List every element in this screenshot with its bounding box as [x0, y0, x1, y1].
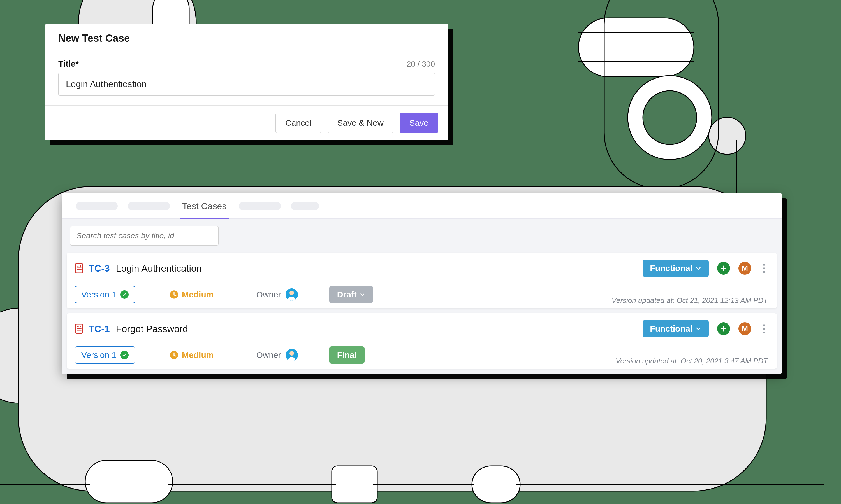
svg-point-24 — [290, 351, 294, 356]
status-label: Draft — [337, 290, 357, 299]
chevron-down-icon — [695, 265, 701, 271]
avatar-icon — [286, 349, 298, 361]
priority-icon — [170, 350, 178, 360]
check-icon — [120, 290, 128, 299]
plus-icon — [720, 325, 727, 332]
tab-bar: Test Cases — [62, 193, 782, 219]
cancel-button[interactable]: Cancel — [275, 113, 321, 133]
owner-label: Owner — [256, 350, 281, 360]
svg-point-21 — [80, 326, 81, 327]
test-case-title: Login Authentication — [116, 263, 202, 274]
avatar-icon — [286, 288, 298, 301]
svg-point-19 — [290, 291, 294, 295]
m-badge[interactable]: M — [738, 262, 751, 275]
document-icon — [74, 263, 84, 273]
svg-rect-12 — [85, 460, 173, 503]
version-chip[interactable]: Version 1 — [74, 346, 135, 364]
priority-icon — [170, 290, 178, 299]
required-indicator: * — [75, 59, 79, 68]
test-case-id[interactable]: TC-3 — [89, 263, 110, 274]
svg-rect-13 — [332, 466, 377, 503]
owner-avatar[interactable] — [286, 288, 298, 301]
save-and-new-button[interactable]: Save & New — [328, 113, 393, 133]
updated-timestamp: Version updated at: Oct 20, 2021 3:47 AM… — [616, 357, 768, 365]
svg-rect-9 — [604, 0, 719, 189]
more-actions-button[interactable] — [759, 262, 769, 275]
priority-label: Medium — [182, 350, 213, 360]
modal-title: New Test Case — [45, 24, 448, 51]
title-field-label: Title — [58, 59, 75, 68]
status-chip[interactable]: Draft — [329, 286, 373, 303]
search-input[interactable] — [70, 226, 219, 246]
document-icon — [74, 324, 84, 334]
save-button[interactable]: Save — [400, 113, 438, 133]
check-icon — [120, 351, 128, 359]
version-label: Version 1 — [81, 290, 116, 299]
add-button[interactable] — [717, 262, 730, 275]
priority: Medium — [170, 290, 213, 299]
tab-test-cases[interactable]: Test Cases — [180, 200, 229, 219]
status-label: Final — [337, 350, 357, 360]
title-char-counter: 20 / 300 — [407, 60, 435, 69]
type-chip[interactable]: Functional — [642, 259, 709, 277]
tab-placeholder[interactable] — [291, 202, 319, 210]
type-chip[interactable]: Functional — [642, 320, 709, 337]
plus-icon — [720, 265, 727, 272]
test-case-row[interactable]: TC-1 Forgot Password Functional M Versio… — [67, 313, 777, 369]
status-chip[interactable]: Final — [329, 346, 365, 364]
type-chip-label: Functional — [650, 264, 692, 273]
more-actions-button[interactable] — [759, 322, 769, 336]
test-case-row[interactable]: TC-3 Login Authentication Functional M V… — [67, 253, 777, 308]
tab-placeholder[interactable] — [239, 202, 281, 210]
version-chip[interactable]: Version 1 — [74, 286, 135, 303]
tab-placeholder[interactable] — [76, 202, 118, 210]
version-label: Version 1 — [81, 350, 116, 360]
updated-timestamp: Version updated at: Oct 21, 2021 12:13 A… — [612, 296, 768, 305]
priority: Medium — [170, 350, 213, 360]
title-input[interactable] — [58, 73, 435, 96]
m-badge[interactable]: M — [738, 322, 751, 335]
svg-rect-14 — [472, 466, 520, 503]
priority-label: Medium — [182, 290, 213, 299]
tab-placeholder[interactable] — [128, 202, 170, 210]
add-button[interactable] — [717, 322, 730, 335]
test-cases-panel: Test Cases TC-3 Login Authentication Fun… — [62, 193, 782, 374]
new-test-case-modal: New Test Case Title* 20 / 300 Cancel Sav… — [45, 24, 448, 140]
owner-avatar[interactable] — [286, 349, 298, 361]
chevron-down-icon — [360, 292, 365, 298]
chevron-down-icon — [695, 326, 701, 332]
owner-label: Owner — [256, 290, 281, 299]
svg-point-16 — [80, 266, 81, 267]
test-case-id[interactable]: TC-1 — [89, 323, 110, 334]
type-chip-label: Functional — [650, 324, 692, 334]
test-case-title: Forgot Password — [116, 323, 188, 334]
